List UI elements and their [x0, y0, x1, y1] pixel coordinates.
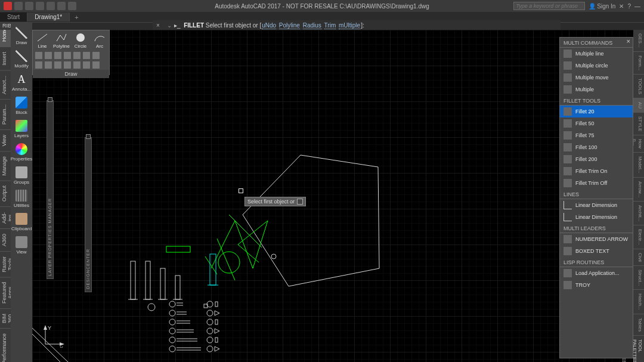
new-tab-button[interactable]: + — [70, 14, 83, 21]
palette-tab[interactable]: Hatch... — [633, 290, 644, 314]
draw-small-tool[interactable] — [54, 52, 61, 59]
draw-small-tool[interactable] — [45, 61, 52, 69]
annotation-tool[interactable]: AAnnota... — [13, 72, 30, 94]
exchange-icon[interactable]: ✕ — [619, 3, 624, 10]
tab-start[interactable]: Start — [0, 13, 27, 21]
palette-grip-icon[interactable] — [48, 97, 52, 102]
search-input[interactable] — [513, 2, 585, 10]
palette-tab[interactable]: How n... — [633, 135, 644, 153]
palette-tab[interactable]: Form... — [633, 52, 644, 75]
ribbon-tab-a360[interactable]: A360 — [0, 229, 11, 252]
palette-item[interactable]: Multiple circle — [560, 60, 633, 72]
signin-menu[interactable]: 👤 Sign In — [589, 3, 616, 10]
save-icon[interactable] — [36, 2, 44, 10]
command-history-icon[interactable]: ⌄ — [165, 22, 174, 29]
layer-properties-palette-collapsed[interactable]: LAYER PROPERTIES MANAGER — [47, 100, 54, 279]
ribbon-tab-annotate[interactable]: Annot... — [0, 71, 11, 100]
view-tool[interactable]: View — [13, 234, 30, 256]
draw-small-tool[interactable] — [83, 61, 90, 69]
palette-item[interactable]: Load Application... — [560, 267, 633, 279]
tab-drawing1[interactable]: Drawing1* — [27, 13, 70, 21]
palette-item[interactable]: Linear Dimension — [560, 199, 633, 211]
draw-small-tool[interactable] — [35, 61, 42, 69]
draw-small-tool[interactable] — [73, 52, 80, 59]
palette-item[interactable]: Multiple line — [560, 48, 633, 60]
properties-tool[interactable]: Properties — [13, 141, 30, 163]
ribbon-tab-performance[interactable]: Performance — [0, 329, 11, 362]
modify-tool[interactable]: Modify — [13, 48, 30, 70]
draw-small-tool[interactable] — [64, 61, 71, 69]
draw-panel-flyout[interactable]: Line Polyline Circle Arc Draw — [32, 30, 110, 75]
new-icon[interactable] — [14, 2, 23, 10]
palette-item[interactable]: Linear Dimension — [560, 211, 633, 223]
palette-tab[interactable]: Electr... — [633, 225, 644, 249]
block-tool[interactable]: Block — [13, 95, 30, 117]
line-tool[interactable]: Line — [35, 33, 49, 49]
palette-tab[interactable]: Struct... — [633, 266, 644, 290]
draw-small-tool[interactable] — [92, 61, 100, 69]
tool-palette-tabs: GES... Form... TOOLS AU STYLE How n... M… — [633, 30, 644, 362]
palette-tab[interactable]: Tables — [633, 314, 644, 336]
palette-item[interactable]: Multiple move — [560, 72, 633, 83]
draw-small-tool[interactable] — [54, 61, 61, 69]
designcenter-palette-collapsed[interactable]: DESIGNCENTER — [85, 137, 92, 292]
draw-small-tool[interactable] — [83, 52, 90, 59]
draw-small-tool[interactable] — [35, 52, 42, 59]
arc-tool[interactable]: Arc — [92, 33, 107, 49]
palette-item[interactable]: NUMBERED ARROW — [560, 233, 633, 245]
palette-tab[interactable]: Civil — [633, 249, 644, 266]
palette-tab[interactable]: Arrow... — [633, 178, 644, 202]
minimize-icon[interactable]: — — [634, 3, 640, 10]
draw-small-tool[interactable] — [92, 52, 100, 59]
palette-item[interactable]: TROY — [560, 279, 633, 291]
utilities-tool[interactable]: Utilities — [13, 188, 30, 210]
palette-tab[interactable]: AU — [633, 98, 644, 113]
palette-tab[interactable]: Archit... — [633, 202, 644, 225]
palette-tab[interactable]: Model... — [633, 153, 644, 177]
palette-tab[interactable]: STYLE — [633, 113, 644, 135]
palette-item[interactable]: Fillet 100 — [560, 141, 633, 153]
close-icon[interactable]: × — [627, 38, 630, 45]
palette-item[interactable]: Fillet 200 — [560, 153, 633, 165]
palette-item[interactable]: BOXED TEXT — [560, 245, 633, 257]
drawing-canvas[interactable] — [32, 30, 633, 362]
ribbon-tab-parametric[interactable]: Param... — [0, 100, 11, 130]
circle-tool[interactable]: Circle — [73, 33, 88, 49]
palette-item[interactable]: Fillet 50 — [560, 117, 633, 129]
layers-tool[interactable]: Layers — [13, 118, 30, 140]
palette-grip-icon[interactable] — [86, 134, 91, 139]
quick-access-toolbar[interactable] — [0, 2, 80, 10]
polyline-tool[interactable]: Polyline — [54, 33, 69, 49]
palette-item[interactable]: Fillet 20 — [560, 106, 633, 117]
logo-icon[interactable] — [4, 2, 12, 10]
ribbon-tab-view[interactable]: View — [0, 130, 11, 151]
dynamic-input-dropdown-icon[interactable] — [297, 199, 303, 205]
ribbon-tab-addins[interactable]: Add-ins — [0, 208, 11, 229]
ribbon-tab-manage[interactable]: Manage — [0, 151, 11, 181]
palette-item[interactable]: Fillet Trim Off — [560, 177, 633, 189]
draw-tool[interactable]: Draw — [13, 25, 30, 47]
help-icon[interactable]: ? — [627, 3, 631, 10]
undo-icon[interactable] — [47, 2, 55, 10]
palette-title-bar[interactable]: TOOL PALETTES - ALL PALETTES — [633, 336, 644, 362]
open-icon[interactable] — [25, 2, 33, 10]
print-icon[interactable] — [68, 2, 76, 10]
draw-small-tool[interactable] — [64, 52, 71, 59]
palette-tab[interactable]: GES... — [633, 30, 644, 52]
ribbon-tab-bim360[interactable]: BIM 360 — [0, 309, 11, 329]
clipboard-tool[interactable]: Clipboard — [13, 211, 30, 233]
palette-tab[interactable]: TOOLS — [633, 75, 644, 98]
ribbon-tab-insert[interactable]: Insert — [0, 47, 11, 71]
ribbon-tab-featured[interactable]: Featured Apps — [0, 277, 11, 309]
palette-item[interactable]: Multiple — [560, 83, 633, 95]
command-line[interactable]: × ⌄ ▸_ FILLET Select first object or [uN… — [153, 20, 561, 30]
close-icon[interactable]: × — [156, 22, 165, 29]
draw-small-tool[interactable] — [45, 52, 52, 59]
palette-item[interactable]: Fillet Trim On — [560, 165, 633, 177]
ribbon-tab-raster[interactable]: Raster Tools — [0, 252, 11, 278]
draw-small-tool[interactable] — [73, 61, 80, 69]
ribbon-tab-output[interactable]: Output — [0, 181, 11, 207]
redo-icon[interactable] — [57, 2, 66, 10]
palette-item[interactable]: Fillet 75 — [560, 129, 633, 141]
groups-tool[interactable]: Groups — [13, 165, 30, 187]
